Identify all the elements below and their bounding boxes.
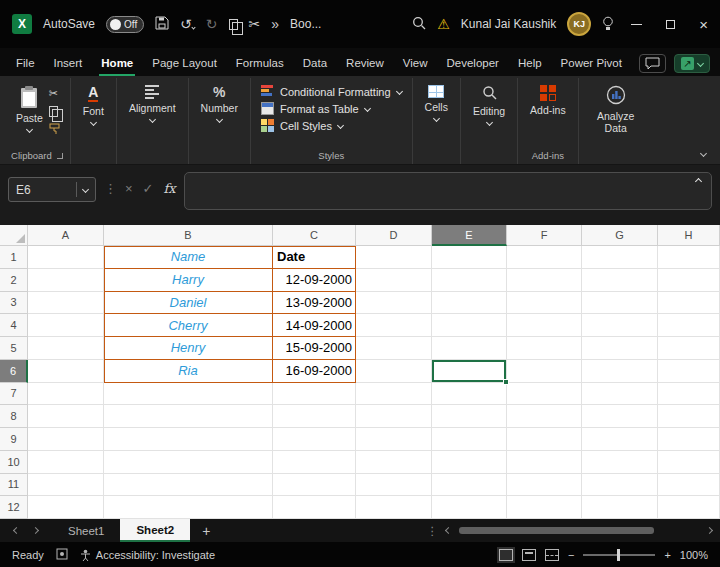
row-header-3[interactable]: 3 [0,292,28,315]
col-header-d[interactable]: D [356,225,432,246]
search-icon[interactable] [412,16,426,32]
cell[interactable] [658,405,720,428]
cell[interactable] [273,496,356,519]
minimize-button[interactable] [631,24,642,25]
alignment-button[interactable]: Alignment [125,81,180,126]
cell[interactable] [507,496,582,519]
cell[interactable] [432,428,507,451]
cell-b1-name-header[interactable]: Name [104,246,273,269]
cell[interactable] [507,451,582,474]
col-header-b[interactable]: B [104,225,273,246]
row-header-12[interactable]: 12 [0,496,28,519]
cell[interactable] [28,474,104,497]
cell[interactable] [582,383,658,406]
cell[interactable] [356,405,432,428]
more-options-icon[interactable]: ⋮ [427,524,439,538]
scroll-right-icon[interactable] [706,527,713,534]
cell[interactable] [273,428,356,451]
cells-button[interactable]: Cells [421,81,452,125]
tab-review[interactable]: Review [344,52,386,76]
col-header-f[interactable]: F [507,225,582,246]
cell[interactable] [507,428,582,451]
comments-button[interactable] [639,54,666,73]
cell-c3[interactable]: 13-09-2000 [273,292,356,315]
cell-c6[interactable]: 16-09-2000 [273,360,356,383]
select-all-corner[interactable] [0,225,28,246]
tab-formulas[interactable]: Formulas [234,52,286,76]
formula-input[interactable] [184,172,712,210]
excel-logo-icon[interactable]: X [12,14,32,34]
cell[interactable] [432,292,507,315]
row-header-6[interactable]: 6 [0,360,28,383]
confirm-entry-icon[interactable]: ✓ [143,181,154,196]
cell-b6[interactable]: Ria [104,360,273,383]
autosave-toggle[interactable]: Off [106,16,144,33]
editing-button[interactable]: Editing [469,81,509,129]
row-header-2[interactable]: 2 [0,269,28,292]
cell[interactable] [658,360,720,383]
cell-b2[interactable]: Harry [104,269,273,292]
row-header-8[interactable]: 8 [0,405,28,428]
copy-icon[interactable] [49,106,58,117]
row-header-4[interactable]: 4 [0,314,28,337]
copy-icon[interactable] [229,19,238,30]
sheet-tab-sheet1[interactable]: Sheet1 [52,519,120,542]
cell[interactable] [28,360,104,383]
cell[interactable] [104,428,273,451]
cell[interactable] [104,474,273,497]
tab-home[interactable]: Home [99,52,135,76]
format-painter-icon[interactable] [49,123,60,136]
scroll-left-icon[interactable] [445,527,452,534]
zoom-in-icon[interactable]: + [664,549,670,561]
drag-dots-icon[interactable]: ⋮ [104,181,117,196]
tab-data[interactable]: Data [301,52,329,76]
cell[interactable] [658,428,720,451]
cell[interactable] [658,337,720,360]
cell[interactable] [582,496,658,519]
cell-e6-selected[interactable] [432,360,507,383]
cell[interactable] [432,451,507,474]
cell[interactable] [28,269,104,292]
cell-b3[interactable]: Daniel [104,292,273,315]
avatar[interactable]: KJ [567,12,591,36]
sheet-tab-sheet2[interactable]: Sheet2 [120,519,190,542]
tab-page-layout[interactable]: Page Layout [150,52,219,76]
save-icon[interactable] [155,16,169,32]
tab-insert[interactable]: Insert [52,52,85,76]
tab-developer[interactable]: Developer [445,52,501,76]
sheet-nav-left-icon[interactable] [13,527,20,534]
cell[interactable] [28,246,104,269]
cell[interactable] [507,405,582,428]
page-layout-view-icon[interactable] [522,549,536,561]
cell-c1-date-header[interactable]: Date [273,246,356,269]
cell[interactable] [28,451,104,474]
macro-record-icon[interactable] [56,548,68,562]
tab-power-pivot[interactable]: Power Pivot [559,52,624,76]
cell[interactable] [432,337,507,360]
zoom-out-icon[interactable]: − [568,549,574,561]
cell[interactable] [507,383,582,406]
cell[interactable] [356,246,432,269]
scrollbar-thumb[interactable] [459,527,654,534]
cell-b4[interactable]: Cherry [104,314,273,337]
col-header-h[interactable]: H [658,225,720,246]
addins-button[interactable]: Add-ins [526,81,570,120]
tab-help[interactable]: Help [516,52,544,76]
col-header-a[interactable]: A [28,225,104,246]
row-header-1[interactable]: 1 [0,246,28,269]
cell[interactable] [432,314,507,337]
cell[interactable] [356,269,432,292]
cell[interactable] [28,428,104,451]
cell[interactable] [507,360,582,383]
cell[interactable] [432,496,507,519]
zoom-slider[interactable] [583,554,655,556]
cell[interactable] [658,292,720,315]
cell[interactable] [658,314,720,337]
cell[interactable] [356,428,432,451]
cell[interactable] [356,360,432,383]
cut-icon[interactable]: ✂ [49,87,60,100]
cell[interactable] [507,474,582,497]
cell[interactable] [356,496,432,519]
tab-file[interactable]: File [14,52,37,76]
cell-c5[interactable]: 15-09-2000 [273,337,356,360]
